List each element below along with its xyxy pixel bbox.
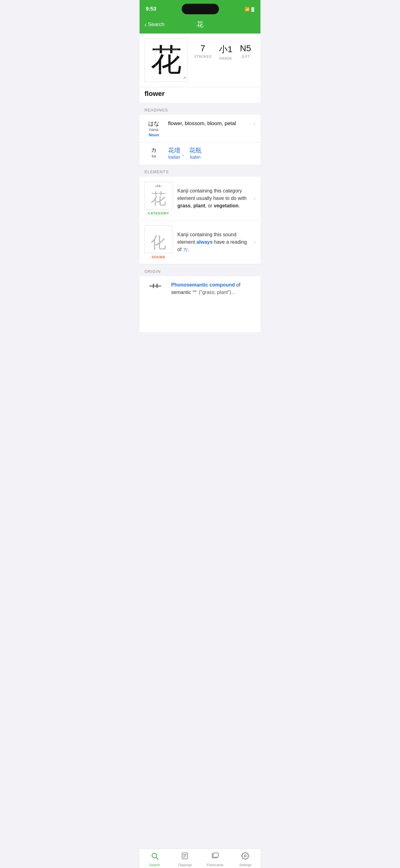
jlpt-label: JLPT	[241, 55, 250, 58]
category-bold-plant: plant	[194, 203, 205, 208]
compound-kadan[interactable]: 花壇 kadan	[168, 146, 180, 160]
compound-kanji-2: 花瓶	[189, 146, 202, 155]
origin-section: ORIGIN 艹 Phonosemantic compound of seman…	[139, 264, 261, 301]
compound-kabin[interactable]: 花瓶 kabin	[189, 146, 202, 160]
category-label: CATEGORY	[147, 211, 169, 215]
status-icons: 📶 ▓	[245, 7, 254, 11]
sound-bold-always: always	[196, 239, 212, 245]
jlpt-stat: N5 JLPT	[240, 43, 251, 60]
on-reading-row: カ ka 花壇 kadan 、 花瓶 kabin	[139, 143, 261, 164]
origin-partial: 艹 ("grass; plant")...	[192, 290, 235, 295]
status-time: 9:53	[146, 6, 156, 12]
origin-phonosemantic: Phonosemantic compound	[171, 282, 235, 287]
on-compounds-row: 花壇 kadan 、 花瓶 kabin	[168, 146, 202, 160]
category-bold-vegetation: vegetation	[214, 203, 238, 208]
strokes-stat: 7 STROKES	[194, 43, 211, 60]
on-kana: カ	[151, 147, 157, 153]
strokes-label: STROKES	[194, 55, 211, 58]
jlpt-value: N5	[240, 43, 251, 53]
sound-description: Kanji containing this sound element alwa…	[177, 231, 249, 253]
compound-romaji-1: kadan	[168, 155, 180, 160]
kun-kana: はな	[144, 120, 163, 127]
on-compounds: 花壇 kadan 、 花瓶 kabin	[168, 146, 202, 160]
grade-value: 小1	[219, 43, 233, 55]
bottom-spacer	[139, 301, 261, 332]
battery-icon: ▓	[252, 7, 254, 11]
origin-symbol-char: 艹	[149, 282, 162, 296]
category-element-image: 艹 花 CATEGORY	[144, 182, 172, 215]
origin-symbol: 艹	[144, 281, 166, 296]
on-romaji: ka	[144, 154, 163, 158]
kun-romaji: hana	[144, 127, 163, 132]
kanji-image[interactable]: 花 ↗	[144, 38, 188, 82]
back-chevron-icon: ‹	[144, 22, 147, 28]
elements-section: ELEMENTS 艹 花 CATEGORY Kanji containing t…	[139, 164, 261, 264]
category-top-kanji: 艹	[155, 183, 162, 192]
category-image: 艹 花	[144, 182, 172, 210]
category-arrow-icon: ›	[254, 195, 256, 202]
kanji-grid-lines	[155, 49, 177, 71]
resize-handle-icon[interactable]: ↗	[182, 75, 186, 81]
dynamic-island	[182, 4, 219, 14]
compound-kanji-1: 花壇	[168, 146, 180, 155]
category-main-kanji: 花	[151, 191, 166, 207]
grade-label: GRADE	[219, 57, 232, 60]
grade-stat: 小1 GRADE	[219, 43, 233, 60]
strokes-value: 7	[200, 43, 205, 53]
origin-description: Phonosemantic compound of semantic 艹 ("g…	[171, 281, 256, 296]
readings-header: READINGS	[139, 105, 261, 115]
kun-kana-block: はな hana Noun	[144, 120, 163, 137]
readings-section: READINGS はな hana Noun flower, blossom, b…	[139, 105, 261, 164]
sound-ka-highlight: カ	[183, 247, 188, 252]
kun-arrow-icon: ›	[254, 120, 256, 127]
origin-header: ORIGIN	[139, 267, 261, 276]
kun-reading-row[interactable]: はな hana Noun flower, blossom, bloom, pet…	[139, 115, 261, 143]
nav-title: 花	[197, 20, 203, 29]
back-button[interactable]: ‹ Search	[144, 22, 165, 28]
compound-romaji-2: kabin	[190, 155, 200, 160]
sound-label: SOUND	[152, 255, 166, 259]
sound-image: 化	[144, 225, 172, 253]
status-bar: 9:53 📶 ▓	[139, 0, 261, 17]
compound-separator: 、	[180, 148, 189, 158]
origin-row: 艹 Phonosemantic compound of semantic 艹 (…	[139, 276, 261, 301]
elements-header: ELEMENTS	[139, 167, 261, 177]
sound-main-kanji: 化	[151, 235, 166, 250]
kun-meanings: flower, blossom, bloom, petal	[168, 120, 249, 127]
category-bold-grass: grass	[177, 203, 191, 208]
back-label: Search	[148, 22, 165, 28]
kun-type: Noun	[144, 132, 163, 137]
sound-element-row[interactable]: 化 SOUND Kanji containing this sound elem…	[139, 220, 261, 264]
wifi-icon: 📶	[245, 7, 249, 11]
category-element-row[interactable]: 艹 花 CATEGORY Kanji containing this categ…	[139, 177, 261, 220]
category-description: Kanji containing this category element u…	[177, 187, 249, 210]
on-kana-block: カ ka	[144, 146, 163, 158]
nav-bar: ‹ Search 花	[139, 17, 261, 34]
kanji-stats: 7 STROKES 小1 GRADE N5 JLPT	[194, 38, 251, 60]
kanji-header: 花 ↗ 7 STROKES 小1 GRADE N5 JLPT	[139, 34, 261, 87]
kanji-meaning: flower	[139, 87, 261, 105]
sound-element-image: 化 SOUND	[144, 225, 172, 259]
sound-arrow-icon: ›	[254, 239, 256, 246]
